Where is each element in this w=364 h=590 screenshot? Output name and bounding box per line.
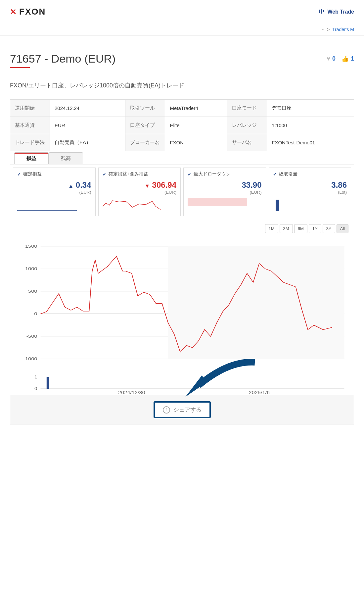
sparkline — [188, 198, 247, 211]
metric-floating[interactable]: ✓確定損益+含み損益 ▼ 306.94 (EUR) — [98, 168, 181, 216]
svg-text:0: 0 — [34, 312, 37, 316]
svg-text:2024/12/30: 2024/12/30 — [118, 390, 145, 395]
like-button[interactable]: 👍 1 — [341, 55, 354, 63]
sparkline — [103, 198, 162, 211]
metric-label: 総取引量 — [279, 171, 297, 177]
main-chart[interactable]: -1000-500050010001500 — [16, 243, 348, 369]
info-value: Elite — [165, 117, 227, 134]
range-button-3y[interactable]: 3Y — [323, 224, 335, 233]
check-icon: ✓ — [103, 172, 107, 177]
title-row: 71657 - Demo (EUR) ♥ 0 👍 1 — [10, 52, 354, 68]
info-value: FXON — [165, 134, 227, 151]
metric-value: 3.86 — [273, 180, 347, 190]
info-value: FXONTest-Demo01 — [267, 134, 354, 151]
page-title: 71657 - Demo (EUR) — [10, 52, 115, 65]
description: FXON/エリート口座、レバレッジ1000倍の自動売買(EA)トレード — [10, 81, 354, 89]
share-section: ⇪ シェアする — [10, 395, 354, 424]
range-button-6m[interactable]: 6M — [294, 224, 307, 233]
social-stats: ♥ 0 👍 1 — [327, 55, 354, 63]
metric-drawdown[interactable]: ✓最大ドローダウン 33.90 (EUR) — [183, 168, 266, 216]
svg-rect-5 — [276, 200, 279, 211]
logo-mark-icon: ✕ — [10, 7, 17, 17]
range-buttons: 1M3M6M1Y3YAll — [16, 224, 348, 233]
metric-unit: (EUR) — [103, 190, 177, 195]
breadcrumb: ⌂ > Trader's M — [0, 24, 364, 36]
info-label: 基本通貨 — [10, 117, 50, 134]
info-value: 1:1000 — [267, 117, 354, 134]
svg-text:500: 500 — [28, 289, 37, 294]
header: ✕ FXON Web Trade — [0, 0, 364, 24]
tab-balance[interactable]: 残高 — [49, 152, 83, 164]
svg-text:2025/1/6: 2025/1/6 — [249, 390, 270, 395]
check-icon: ✓ — [273, 172, 277, 177]
share-label: シェアする — [173, 406, 202, 414]
info-value: 自動売買（EA） — [50, 134, 125, 151]
table-row: トレード手法自動売買（EA）ブローカー名FXONサーバ名FXONTest-Dem… — [10, 134, 354, 151]
webtrader-link[interactable]: Web Trade — [319, 8, 354, 16]
candlestick-icon — [319, 8, 325, 16]
info-label: ブローカー名 — [125, 134, 165, 151]
metric-unit: (EUR) — [17, 190, 91, 195]
range-button-1y[interactable]: 1Y — [309, 224, 321, 233]
metric-label: 確定損益+含み損益 — [109, 171, 148, 177]
sparkline — [17, 198, 77, 211]
svg-rect-4 — [188, 198, 247, 206]
metric-value: 0.34 — [76, 180, 91, 189]
home-icon[interactable]: ⌂ — [322, 27, 324, 32]
info-value: 2024.12.24 — [50, 100, 125, 117]
check-icon: ✓ — [188, 172, 192, 177]
table-row: 運用開始2024.12.24取引ツールMetaTrader4口座モードデモ口座 — [10, 100, 354, 117]
info-label: 運用開始 — [10, 100, 50, 117]
svg-text:1: 1 — [34, 375, 37, 379]
share-icon: ⇪ — [163, 406, 170, 414]
check-icon: ✓ — [17, 172, 21, 177]
svg-text:0: 0 — [34, 386, 37, 391]
favorite-count: 0 — [332, 55, 336, 62]
svg-rect-22 — [47, 377, 49, 389]
svg-text:-1000: -1000 — [23, 357, 37, 361]
table-row: 基本通貨EUR口座タイプEliteレバレッジ1:1000 — [10, 117, 354, 134]
mini-chart[interactable]: 012024/12/302025/1/6 — [16, 375, 348, 395]
chart-panel: 損益 残高 ✓確定損益 ▲ 0.34 (EUR) ✓確定損益+含み損益 ▼ 30… — [10, 165, 354, 424]
share-button[interactable]: ⇪ シェアする — [154, 401, 211, 418]
metric-unit: (Lot) — [273, 190, 347, 195]
brand-logo[interactable]: ✕ FXON — [10, 7, 46, 17]
info-value: デモ口座 — [267, 100, 354, 117]
breadcrumb-link[interactable]: Trader's M — [332, 27, 354, 32]
metric-unit: (EUR) — [188, 190, 262, 195]
info-label: 取引ツール — [125, 100, 165, 117]
brand-text: FXON — [19, 7, 46, 17]
range-button-all[interactable]: All — [337, 224, 348, 233]
account-info-table: 運用開始2024.12.24取引ツールMetaTrader4口座モードデモ口座基… — [10, 99, 354, 151]
svg-text:-500: -500 — [26, 334, 37, 339]
metric-value: 33.90 — [188, 180, 262, 190]
svg-text:1000: 1000 — [25, 267, 37, 271]
range-button-3m[interactable]: 3M — [280, 224, 293, 233]
heart-icon: ♥ — [327, 55, 330, 62]
webtrader-label: Web Trade — [327, 9, 354, 15]
down-arrow-icon: ▼ — [145, 183, 150, 189]
metric-value: 306.94 — [152, 180, 176, 189]
info-value: MetaTrader4 — [165, 100, 227, 117]
info-label: 口座タイプ — [125, 117, 165, 134]
info-label: トレード手法 — [10, 134, 50, 151]
metric-label: 確定損益 — [23, 171, 42, 177]
metric-confirmed[interactable]: ✓確定損益 ▲ 0.34 (EUR) — [13, 168, 96, 216]
like-count: 1 — [351, 55, 354, 62]
svg-text:1500: 1500 — [25, 244, 37, 249]
info-label: 口座モード — [227, 100, 267, 117]
metric-label: 最大ドローダウン — [194, 171, 231, 177]
info-label: レバレッジ — [227, 117, 267, 134]
range-button-1m[interactable]: 1M — [265, 224, 278, 233]
sparkline — [273, 198, 333, 211]
info-label: サーバ名 — [227, 134, 267, 151]
up-arrow-icon: ▲ — [68, 183, 73, 189]
metric-volume[interactable]: ✓総取引量 3.86 (Lot) — [269, 168, 351, 216]
thumbs-up-icon: 👍 — [341, 55, 349, 63]
info-value: EUR — [50, 117, 125, 134]
tab-profit-loss[interactable]: 損益 — [14, 152, 49, 164]
svg-rect-18 — [168, 246, 344, 359]
favorite-button[interactable]: ♥ 0 — [327, 55, 336, 63]
